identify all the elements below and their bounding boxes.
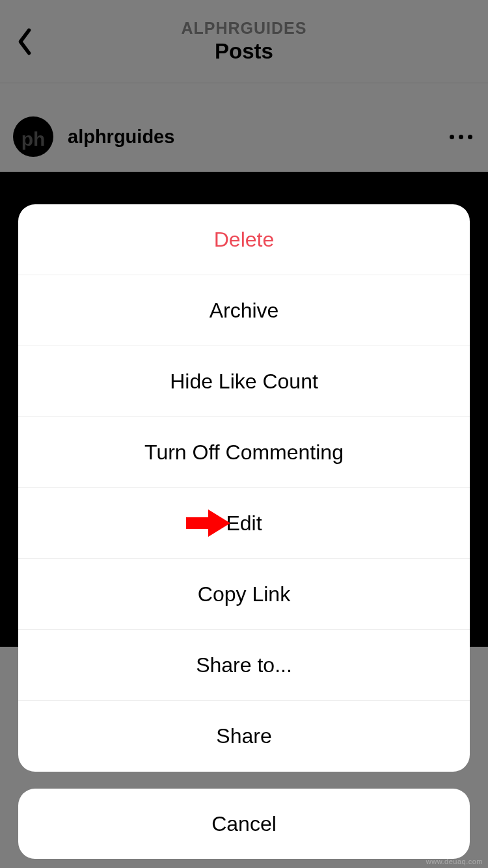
dot-icon [468,135,472,139]
action-label: Copy Link [198,582,290,606]
action-share[interactable]: Share [18,701,470,772]
action-label: Turn Off Commenting [144,441,344,465]
action-copy-link[interactable]: Copy Link [18,559,470,630]
svg-marker-0 [186,509,230,537]
arrow-right-icon [186,508,230,538]
watermark: www.deuaq.com [426,858,483,865]
cancel-button[interactable]: Cancel [18,789,470,859]
action-share-to[interactable]: Share to... [18,630,470,701]
dot-icon [459,135,463,139]
avatar[interactable]: ph [13,116,53,157]
nav-title: Posts [182,39,307,64]
back-button[interactable] [12,29,38,55]
nav-bar: ALPHRGUIDES Posts [0,0,488,83]
action-label: Archive [210,299,279,323]
action-sheet: Delete Archive Hide Like Count Turn Off … [18,204,470,772]
action-edit[interactable]: Edit [18,488,470,559]
chevron-left-icon [16,27,34,56]
action-archive[interactable]: Archive [18,275,470,346]
more-options-button[interactable] [450,135,472,139]
action-delete[interactable]: Delete [18,204,470,275]
action-label: Hide Like Count [170,370,318,394]
action-label: Share to... [196,653,292,677]
action-label: Share [216,724,271,748]
post-username[interactable]: alphrguides [68,126,174,148]
action-turn-off-commenting[interactable]: Turn Off Commenting [18,417,470,488]
action-label: Edit [226,511,262,536]
action-hide-like-count[interactable]: Hide Like Count [18,346,470,417]
post-header: ph alphrguides [0,102,488,172]
cancel-label: Cancel [211,812,277,836]
nav-title-stack: ALPHRGUIDES Posts [182,19,307,64]
avatar-text: ph [21,128,46,150]
dot-icon [450,135,454,139]
action-label: Delete [214,228,275,252]
nav-subtitle: ALPHRGUIDES [182,19,307,38]
